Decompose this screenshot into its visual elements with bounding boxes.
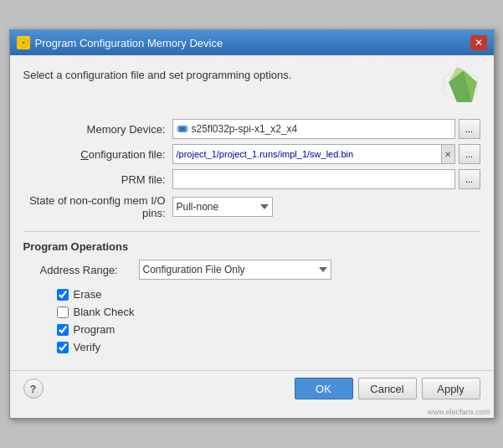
state-label: State of non-config mem I/O pins: — [23, 194, 166, 219]
chip-icon — [177, 123, 188, 135]
title-icon — [17, 36, 30, 49]
program-ops-title: Program Operations — [23, 240, 480, 253]
footer: ? OK Cancel Apply — [10, 370, 494, 408]
close-button[interactable]: ✕ — [470, 35, 487, 50]
svg-rect-7 — [180, 127, 185, 131]
blank-check-label: Blank Check — [74, 306, 135, 318]
program-label: Program — [74, 323, 115, 336]
header-description: Select a configuration file and set prog… — [23, 65, 292, 81]
prm-file-row: ... — [172, 169, 480, 189]
apply-button[interactable]: Apply — [422, 378, 480, 399]
state-select[interactable]: Pull-none Pull-up Pull-down — [172, 197, 273, 217]
cancel-button[interactable]: Cancel — [358, 378, 417, 399]
verify-checkbox-item[interactable]: Verify — [57, 341, 480, 353]
erase-checkbox-item[interactable]: Erase — [57, 288, 480, 301]
program-config-window: Program Configuration Memory Device ✕ Se… — [9, 29, 495, 419]
config-file-clear[interactable]: ✕ — [441, 145, 454, 163]
header-section: Select a configuration file and set prog… — [23, 65, 480, 106]
config-file-row: /project_1/project_1.runs/impl_1/sw_led.… — [172, 144, 480, 164]
erase-label: Erase — [74, 288, 102, 301]
window-title: Program Configuration Memory Device — [35, 37, 223, 49]
footer-left: ? — [23, 378, 44, 399]
help-button[interactable]: ? — [23, 378, 44, 399]
watermark: www.elecfans.com — [10, 408, 494, 418]
prm-file-browse[interactable]: ... — [459, 169, 480, 189]
prm-file-label: PRM file: — [23, 173, 166, 186]
verify-checkbox[interactable] — [57, 342, 69, 353]
program-checkbox[interactable] — [57, 324, 69, 336]
memory-device-label: Memory Device: — [23, 123, 166, 136]
memory-device-field: s25fl032p-spi-x1_x2_x4 — [172, 119, 455, 139]
titlebar-left: Program Configuration Memory Device — [17, 36, 223, 49]
erase-checkbox[interactable] — [57, 289, 69, 301]
address-range-label: Address Range: — [40, 264, 132, 276]
config-file-label: Configuration file: — [23, 148, 166, 161]
config-file-browse[interactable]: ... — [459, 144, 480, 164]
memory-device-value: s25fl032p-spi-x1_x2_x4 — [192, 123, 298, 135]
ok-button[interactable]: OK — [295, 378, 353, 399]
address-range-row: Address Range: Configuration File Only E… — [40, 260, 480, 280]
program-checkbox-item[interactable]: Program — [57, 323, 480, 336]
memory-device-row: s25fl032p-spi-x1_x2_x4 ... — [172, 119, 480, 139]
config-file-value[interactable]: /project_1/project_1.runs/impl_1/sw_led.… — [173, 149, 441, 159]
blank-check-checkbox-item[interactable]: Blank Check — [57, 306, 480, 318]
content-area: Select a configuration file and set prog… — [10, 55, 494, 370]
titlebar: Program Configuration Memory Device ✕ — [10, 30, 494, 55]
address-range-select[interactable]: Configuration File Only Entire Configura… — [139, 260, 331, 280]
form-fields: Memory Device: s25fl032p-spi-x1_x2_x4 — [23, 119, 480, 219]
config-file-wrapper: /project_1/project_1.runs/impl_1/sw_led.… — [172, 144, 455, 164]
checkbox-list: Erase Blank Check Program Verify — [57, 288, 480, 353]
state-row: Pull-none Pull-up Pull-down — [172, 197, 480, 217]
footer-buttons: OK Cancel Apply — [295, 378, 480, 399]
memory-device-browse[interactable]: ... — [459, 119, 480, 139]
blank-check-checkbox[interactable] — [57, 306, 69, 318]
xilinx-logo — [440, 65, 480, 106]
program-operations: Program Operations Address Range: Config… — [23, 240, 480, 353]
divider — [23, 231, 480, 232]
svg-point-1 — [22, 41, 25, 44]
prm-file-field[interactable] — [172, 169, 455, 189]
verify-label: Verify — [74, 341, 101, 353]
